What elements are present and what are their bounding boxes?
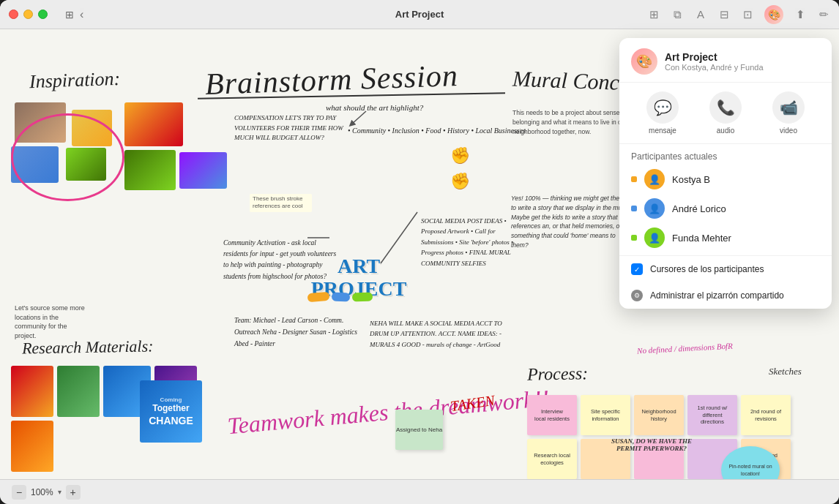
what-should-note: what should the art highlight?	[326, 102, 423, 113]
photo-6	[124, 150, 176, 190]
folder-icon[interactable]: ⊡	[741, 8, 754, 21]
sticky-site: Site specificinformation	[581, 395, 630, 435]
brush-stroke-3	[352, 293, 373, 302]
window-title: Art Project	[395, 9, 444, 20]
sticky-research: Research localecologies	[527, 439, 577, 479]
inspiration-label: Inspiration:	[29, 66, 120, 96]
minimize-button[interactable]	[23, 10, 33, 19]
share-icon[interactable]: ⬆	[794, 8, 807, 21]
message-action-icon: 💬	[646, 91, 679, 124]
sticky-assigned: Assigned to Neha	[395, 410, 443, 450]
zoom-in-button[interactable]: +	[66, 485, 81, 500]
table-icon[interactable]: ⊞	[647, 8, 660, 21]
media-icon[interactable]: ⊟	[717, 8, 731, 21]
collab-panel: 🎨 Art Project Con Kostya, André y Funda …	[619, 38, 832, 309]
research-photo-2	[57, 366, 100, 417]
participant-avatar-funda: 👤	[644, 227, 665, 248]
participant-row-3: 👤 Funda Mehter	[619, 223, 832, 252]
change-book: Coming Together CHANGE	[140, 380, 202, 443]
process-label: Process:	[527, 364, 589, 384]
let-source-note: Let's source some more locations in the …	[15, 304, 88, 340]
text-icon[interactable]: A	[694, 8, 707, 21]
inspiration-circle	[11, 113, 124, 201]
zoom-control: − 100% ▾ +	[12, 485, 81, 500]
teamwork-text: Teamwork makes the dreamwork!!	[226, 385, 551, 440]
brush-stroke-2	[332, 292, 351, 301]
sketches-label: Sketches	[769, 366, 802, 377]
manage-icon: ⚙	[631, 290, 643, 301]
community-activation-note: Community Activation - ask local residen…	[223, 238, 337, 282]
app-window: ⊞ ‹ Art Project ⊞ ⧉ A ⊟ ⊡ 🎨 ⬆ ✏ Inspirat…	[0, 0, 839, 504]
collab-title: Art Project	[665, 51, 820, 63]
manage-option[interactable]: ⚙ Administrar el pizarrón compartido	[619, 282, 832, 309]
research-photo-grid	[11, 366, 238, 472]
research-photo-1	[11, 366, 53, 417]
message-label: mensaje	[649, 127, 676, 135]
collab-actions: 💬 mensaje 📞 audio 📹 video	[619, 83, 832, 144]
nav-controls: ⊞ ‹	[59, 8, 83, 21]
cursors-option[interactable]: ✓ Cursores de los participantes	[619, 256, 832, 282]
participant-color-kostya	[631, 176, 637, 182]
traffic-lights	[9, 10, 48, 19]
participant-row-2: 👤 André Lorico	[619, 194, 832, 223]
zoom-out-button[interactable]: −	[12, 485, 26, 500]
layers-icon[interactable]: ⧉	[671, 8, 684, 21]
research-label: Research Materials:	[22, 335, 154, 360]
susan-note: SUSAN, DO WE HAVE THE PERMIT PAPERWORK?	[611, 437, 692, 452]
collab-subtitle: Con Kostya, André y Funda	[665, 63, 820, 72]
manage-label: Administrar el pizarrón compartido	[650, 290, 784, 301]
participant-avatar-kostya: 👤	[644, 169, 665, 189]
edit-icon[interactable]: ✏	[817, 8, 830, 21]
sticky-1st-round: 1st round w/differentdirections	[687, 395, 737, 435]
avatar-icon[interactable]: 🎨	[764, 5, 783, 24]
collab-audio-button[interactable]: 📞 audio	[709, 91, 742, 135]
zoom-level: 100%	[31, 487, 53, 497]
video-label: video	[780, 127, 797, 135]
team-section-note: Team: Michael - Lead Carson - Comm. Outr…	[234, 315, 362, 350]
toolbar-right: ⊞ ⧉ A ⊟ ⊡ 🎨 ⬆ ✏	[647, 5, 830, 24]
dimensions-note: No defined / dimensions BofR	[637, 342, 733, 356]
photo-5	[124, 102, 183, 146]
zoom-chevron: ▾	[58, 488, 61, 496]
back-button[interactable]: ‹	[80, 8, 83, 21]
participant-row-1: 👤 Kostya B	[619, 165, 832, 194]
sticky-2nd-round: 2nd round ofrevisions	[741, 395, 791, 435]
participants-title: Participantes actuales	[619, 144, 832, 165]
photo-label: These brush stroke references are cool	[250, 194, 312, 212]
participant-name-kostya: Kostya B	[672, 174, 820, 185]
titlebar: ⊞ ‹ Art Project ⊞ ⧉ A ⊟ ⊡ 🎨 ⬆ ✏	[0, 0, 839, 29]
audio-action-icon: 📞	[709, 91, 742, 124]
sidebar-toggle-icon[interactable]: ⊞	[65, 9, 74, 20]
emoji-icons: ✊✊	[450, 143, 470, 194]
highlight-items-list: • Community • Inclusion • Food • History…	[348, 124, 526, 138]
brush-stroke-1	[307, 292, 330, 303]
photo-7	[179, 152, 227, 189]
participant-avatar-andre: 👤	[644, 198, 665, 219]
brush-strokes	[307, 293, 373, 301]
participant-color-andre	[631, 206, 637, 211]
mural-text-block: This needs to be a project about sense o…	[512, 108, 630, 136]
sticky-interview: Interviewlocal residents	[527, 395, 577, 435]
close-button[interactable]	[9, 10, 18, 19]
video-action-icon: 📹	[772, 91, 805, 124]
audio-label: audio	[717, 127, 734, 135]
collab-message-button[interactable]: 💬 mensaje	[646, 91, 679, 135]
social-media-note: SOCIAL MEDIA POST IDEAS • Proposed Artwo…	[421, 216, 523, 268]
cursors-label: Cursores de los participantes	[650, 264, 764, 274]
participant-name-andre: André Lorico	[672, 203, 820, 214]
window-title-area: Art Project	[395, 9, 444, 20]
collab-avatar: 🎨	[631, 48, 657, 75]
collab-title-block: Art Project Con Kostya, André y Funda	[665, 51, 820, 72]
collab-options: ✓ Cursores de los participantes ⚙ Admini…	[619, 255, 832, 309]
bottom-toolbar: − 100% ▾ +	[0, 479, 839, 504]
collab-header: 🎨 Art Project Con Kostya, André y Funda	[619, 38, 832, 83]
compensation-note: COMPENSATION LET'S TRY TO PAY VOLUNTEERS…	[234, 113, 348, 143]
mural-notes: Yes! 100% — thinking we might get the ki…	[511, 194, 634, 250]
participant-name-funda: Funda Mehter	[672, 233, 820, 244]
cursors-checkbox[interactable]: ✓	[631, 263, 643, 275]
participant-color-funda	[631, 235, 637, 241]
research-photo-5	[11, 421, 53, 472]
fullscreen-button[interactable]	[38, 10, 48, 19]
collab-video-button[interactable]: 📹 video	[772, 91, 805, 135]
sticky-neighborhood: Neighborhoodhistory	[634, 395, 684, 435]
